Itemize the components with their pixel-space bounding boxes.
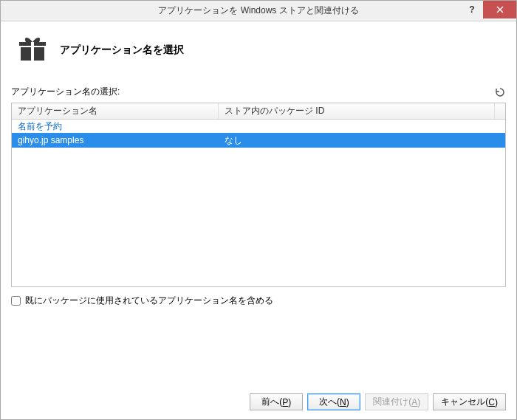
svg-rect-4 [31,42,34,61]
title-bar: アプリケーションを Windows ストアと関連付ける ? [1,1,516,21]
window-controls: ? [461,1,516,21]
help-button[interactable]: ? [461,1,483,18]
include-used-names-label: 既にパッケージに使用されているアプリケーション名を含める [25,295,273,307]
page-header: アプリケーション名を選択 [1,21,516,86]
prev-button[interactable]: 前へ(P) [250,393,303,410]
list-item-name: gihyo.jp samples [12,135,219,145]
list-rows: 名前を予約 gihyo.jp samples なし [12,120,505,148]
refresh-button[interactable] [494,86,506,98]
include-used-names-row: 既にパッケージに使用されているアプリケーション名を含める [11,295,506,307]
body: アプリケーション名の選択: アプリケーション名 ストア内のパッケージ ID 名前… [1,86,516,307]
svg-rect-5 [19,46,46,47]
include-used-names-checkbox[interactable] [11,296,21,306]
list-item[interactable]: gihyo.jp samples なし [12,133,505,148]
list-item-pkgid: なし [219,134,505,147]
list-label: アプリケーション名の選択: [11,86,120,98]
page-heading: アプリケーション名を選択 [60,44,184,57]
close-button[interactable] [483,1,516,18]
next-button[interactable]: 次へ(N) [307,393,360,410]
cancel-button[interactable]: キャンセル(C) [433,393,506,410]
reserve-name-link[interactable]: 名前を予約 [18,120,62,133]
reserve-name-row: 名前を予約 [12,120,505,133]
column-header-name[interactable]: アプリケーション名 [12,103,219,119]
app-list[interactable]: アプリケーション名 ストア内のパッケージ ID 名前を予約 gihyo.jp s… [11,103,506,287]
associate-button[interactable]: 関連付け(A) [365,393,428,410]
refresh-icon [495,87,505,97]
list-header: アプリケーション名 ストア内のパッケージ ID [12,103,505,120]
column-header-pkgid[interactable]: ストア内のパッケージ ID [219,103,495,119]
list-label-row: アプリケーション名の選択: [11,86,506,98]
footer-buttons: 前へ(P) 次へ(N) 関連付け(A) キャンセル(C) [250,393,506,410]
close-icon [496,6,504,13]
window-title: アプリケーションを Windows ストアと関連付ける [1,4,516,17]
gift-icon [18,35,47,65]
